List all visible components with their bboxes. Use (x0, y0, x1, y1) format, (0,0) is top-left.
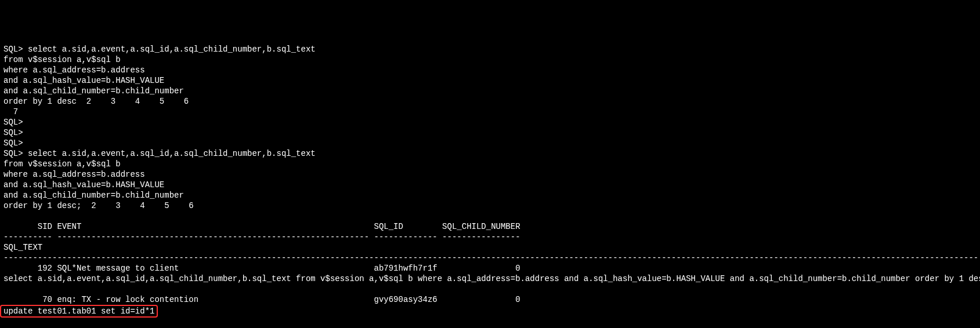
terminal-line: SQL> (3, 127, 977, 138)
terminal-line: where a.sql_address=b.address (3, 169, 977, 180)
terminal-line: SID EVENT SQL_ID SQL_CHILD_NUMBER (3, 221, 977, 232)
terminal-line (3, 211, 977, 221)
terminal-line: order by 1 desc 2 3 4 5 6 (3, 96, 977, 107)
terminal-line: SQL> select a.sid,a.event,a.sql_id,a.sql… (3, 44, 977, 54)
terminal-output[interactable]: SQL> select a.sid,a.event,a.sql_id,a.sql… (3, 44, 977, 328)
highlighted-sql-text: update test01.tab01 set id=id*1 (0, 305, 158, 318)
terminal-line: update test01.tab01 set id=id*1 (3, 305, 977, 318)
terminal-line: where a.sql_address=b.address (3, 65, 977, 75)
terminal-line: SQL> select a.sid,a.event,a.sql_id,a.sql… (3, 148, 977, 159)
terminal-line: and a.sql_hash_value=b.HASH_VALUE (3, 180, 977, 190)
terminal-line: 70 enq: TX - row lock contention gvy690a… (3, 294, 977, 305)
terminal-line: from v$session a,v$sql b (3, 159, 977, 169)
terminal-line: SQL_TEXT (3, 242, 977, 253)
terminal-line: and a.sql_hash_value=b.HASH_VALUE (3, 75, 977, 86)
terminal-line: 7 (3, 107, 977, 117)
terminal-line: select a.sid,a.event,a.sql_id,a.sql_chil… (3, 274, 977, 284)
terminal-line: SQL> (3, 117, 977, 127)
terminal-line: order by 1 desc; 2 3 4 5 6 (3, 201, 977, 211)
terminal-line: 192 SQL*Net message to client ab791hwfh7… (3, 263, 977, 274)
terminal-line: from v$session a,v$sql b (3, 54, 977, 65)
terminal-line: SQL> (3, 138, 977, 148)
terminal-line: and a.sql_child_number=b.child_number (3, 190, 977, 201)
terminal-line: ---------- -----------------------------… (3, 232, 977, 242)
terminal-line: ----------------------------------------… (3, 253, 977, 263)
terminal-line (3, 318, 977, 328)
terminal-line (3, 284, 977, 294)
terminal-line: and a.sql_child_number=b.child_number (3, 86, 977, 96)
